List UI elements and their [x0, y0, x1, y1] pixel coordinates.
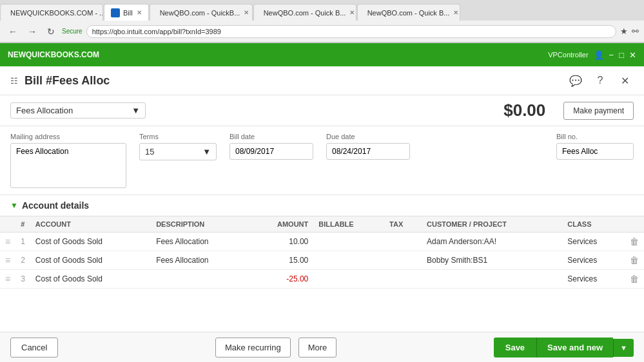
bill-date-group: Bill date — [229, 133, 313, 160]
due-date-label: Due date — [326, 133, 410, 140]
back-button[interactable]: ← — [5, 25, 21, 38]
question-button[interactable]: ? — [591, 71, 609, 90]
terms-value: 15 — [145, 147, 154, 157]
drag-handle-3[interactable]: ≡ — [0, 270, 15, 289]
save-dropdown-button[interactable]: ▼ — [613, 339, 634, 357]
th-description: DESCRIPTION — [151, 216, 249, 233]
tab-5[interactable]: NewQBO.com - Quick B... ✕ — [357, 4, 460, 21]
table-row: ≡ 1 Cost of Goods Sold Fees Allocation 1… — [0, 233, 644, 251]
reload-button[interactable]: ↻ — [44, 25, 58, 38]
section-toggle-icon[interactable]: ▼ — [10, 201, 18, 210]
tab-2[interactable]: Bill ✕ — [104, 4, 149, 21]
due-date-input[interactable] — [326, 143, 410, 160]
th-billable: BILLABLE — [313, 216, 384, 233]
make-payment-button[interactable]: Make payment — [563, 102, 634, 120]
bill-footer: Cancel Make recurring More Save Save and… — [0, 332, 644, 362]
address-input[interactable] — [86, 25, 616, 38]
due-date-group: Due date — [326, 133, 410, 160]
tab-favicon-2 — [111, 8, 120, 17]
customer-project-cell-1[interactable]: Adam Anderson:AA! — [422, 233, 562, 251]
billable-cell-2[interactable] — [313, 251, 384, 270]
controller-label: VPController — [548, 51, 588, 59]
amount-cell-2[interactable]: 15.00 — [249, 251, 313, 270]
description-cell-3[interactable] — [151, 270, 249, 289]
grid-icon: ☷ — [10, 76, 18, 86]
bill-no-group: Bill no. — [556, 133, 634, 160]
footer-center: Make recurring More — [215, 338, 337, 357]
maximize-icon[interactable]: □ — [619, 50, 624, 60]
billable-cell-1[interactable] — [313, 233, 384, 251]
delete-row-1[interactable]: 🗑 — [630, 236, 639, 247]
account-cell-2[interactable]: Cost of Goods Sold — [30, 251, 151, 270]
tab-close-2[interactable]: ✕ — [137, 9, 142, 16]
class-cell-3[interactable]: Services — [562, 270, 625, 289]
app-header: NEWQUICKBOOKS.COM VPController 👤 − □ ✕ — [0, 43, 644, 66]
tab-3[interactable]: NewQBO.com - QuickB... ✕ — [150, 4, 253, 21]
secure-badge: Secure — [62, 28, 83, 35]
bill-no-input[interactable] — [556, 143, 634, 160]
tab-1[interactable]: NEWQUICKBOOKS.COM - ... ✕ — [0, 4, 103, 21]
save-and-new-button[interactable]: Save and new — [536, 338, 613, 357]
terms-label: Terms — [139, 133, 217, 140]
header-right: VPController 👤 − □ ✕ — [548, 50, 636, 60]
browser-chrome: NEWQUICKBOOKS.COM - ... ✕ Bill ✕ NewQBO.… — [0, 0, 644, 43]
terms-dropdown-icon: ▼ — [202, 147, 211, 157]
customer-project-cell-3[interactable] — [422, 270, 562, 289]
bill-header-actions: 💬 ? ✕ — [567, 71, 634, 90]
tax-cell-3[interactable] — [384, 270, 422, 289]
vendor-name: Fees Allocation — [16, 106, 73, 115]
table-row: ≡ 2 Cost of Goods Sold Fees Allocation 1… — [0, 251, 644, 270]
th-num: # — [15, 216, 30, 233]
tab-label-1: NEWQUICKBOOKS.COM - ... — [10, 9, 103, 17]
forward-button[interactable]: → — [24, 25, 40, 38]
customer-project-cell-2[interactable]: Bobby Smith:BS1 — [422, 251, 562, 270]
mailing-address-group: Mailing address Fees Allocation — [10, 133, 126, 188]
vendor-select[interactable]: Fees Allocation ▼ — [10, 102, 146, 119]
bill-date-label: Bill date — [229, 133, 313, 140]
drag-handle-1[interactable]: ≡ — [0, 233, 15, 251]
user-icon[interactable]: 👤 — [594, 50, 604, 60]
save-button[interactable]: Save — [494, 338, 536, 357]
description-cell-2[interactable]: Fees Allocation — [151, 251, 249, 270]
extensions-icon[interactable]: ⚯ — [632, 26, 639, 36]
close-bill-button[interactable]: ✕ — [616, 71, 634, 90]
terms-select[interactable]: 15 ▼ — [139, 143, 217, 160]
minimize-icon[interactable]: − — [609, 50, 614, 60]
make-recurring-button[interactable]: Make recurring — [215, 338, 291, 357]
amount-section: $0.00 Make payment — [503, 100, 634, 120]
tab-close-3[interactable]: ✕ — [244, 9, 249, 16]
tab-close-5[interactable]: ✕ — [453, 9, 458, 16]
description-cell-1[interactable]: Fees Allocation — [151, 233, 249, 251]
class-cell-1[interactable]: Services — [562, 233, 625, 251]
amount-cell-1[interactable]: 10.00 — [249, 233, 313, 251]
th-tax: TAX — [384, 216, 422, 233]
more-button[interactable]: More — [298, 338, 337, 357]
tab-label-3: NewQBO.com - QuickB... — [160, 9, 240, 17]
delete-row-2[interactable]: 🗑 — [630, 255, 639, 265]
mailing-address-input[interactable]: Fees Allocation — [10, 143, 126, 188]
close-icon[interactable]: ✕ — [629, 50, 636, 60]
drag-handle-2[interactable]: ≡ — [0, 251, 15, 270]
class-cell-2[interactable]: Services — [562, 251, 625, 270]
tab-label-5: NewQBO.com - Quick B... — [367, 9, 450, 17]
account-cell-3[interactable]: Cost of Goods Sold — [30, 270, 151, 289]
delete-row-3[interactable]: 🗑 — [630, 274, 639, 284]
app-logo: NEWQUICKBOOKS.COM — [8, 50, 99, 59]
tab-close-4[interactable]: ✕ — [349, 9, 355, 16]
tab-4[interactable]: NewQBO.com - Quick B... ✕ — [253, 4, 356, 21]
bill-title: Bill #Fees Alloc — [24, 74, 110, 88]
billable-cell-3[interactable] — [313, 270, 384, 289]
star-icon[interactable]: ★ — [620, 26, 628, 36]
row-num-3: 3 — [15, 270, 30, 289]
form-fields: Mailing address Fees Allocation Terms 15… — [0, 126, 644, 195]
help-chat-button[interactable]: 💬 — [567, 71, 585, 90]
tax-cell-1[interactable] — [384, 233, 422, 251]
table-header: # ACCOUNT DESCRIPTION AMOUNT BILLABLE TA… — [0, 216, 644, 233]
amount-cell-3[interactable]: -25.00 — [249, 270, 313, 289]
account-cell-1[interactable]: Cost of Goods Sold — [30, 233, 151, 251]
bill-no-label: Bill no. — [556, 133, 634, 140]
tax-cell-2[interactable] — [384, 251, 422, 270]
tab-label-4: NewQBO.com - Quick B... — [264, 9, 346, 17]
bill-date-input[interactable] — [229, 143, 313, 160]
cancel-button[interactable]: Cancel — [10, 338, 58, 357]
